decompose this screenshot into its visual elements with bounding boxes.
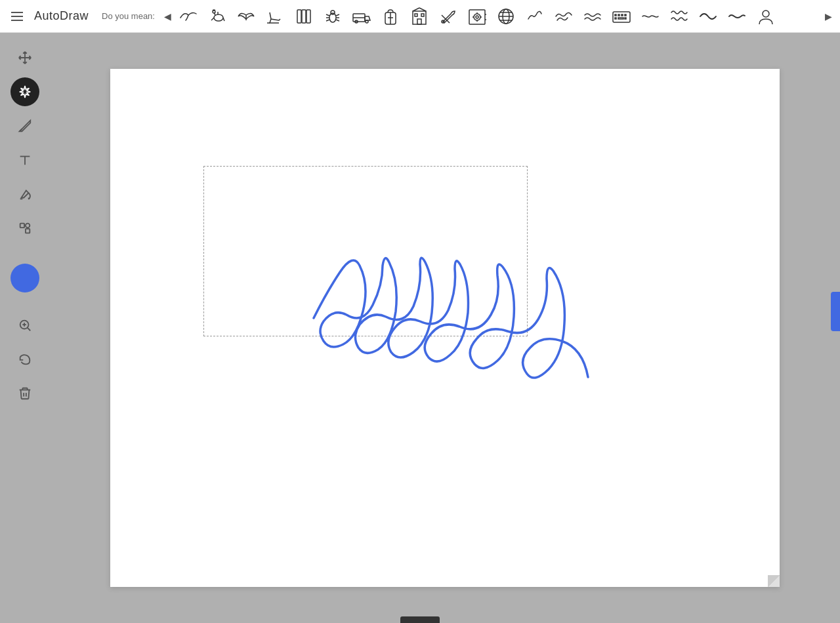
top-toolbar: AutoDraw Do you mean: ◀ xyxy=(0,0,840,33)
selection-rectangle xyxy=(203,166,528,336)
suggestion-tilde[interactable] xyxy=(723,3,751,30)
svg-rect-64 xyxy=(26,224,30,228)
svg-point-12 xyxy=(331,10,335,14)
move-tool-button[interactable] xyxy=(10,43,39,72)
suggestions-scroll xyxy=(175,3,822,30)
scroll-right-button[interactable]: ▶ xyxy=(822,3,835,30)
svg-rect-9 xyxy=(302,10,306,23)
suggestion-safe[interactable] xyxy=(463,3,491,30)
svg-rect-52 xyxy=(621,14,623,16)
suggestion-avatar[interactable] xyxy=(752,3,780,30)
svg-line-16 xyxy=(336,14,339,16)
suggestion-pattern[interactable] xyxy=(665,3,693,30)
suggestion-waves[interactable] xyxy=(579,3,606,30)
svg-rect-63 xyxy=(26,229,30,233)
svg-rect-56 xyxy=(625,18,626,19)
delete-button[interactable] xyxy=(10,379,39,408)
right-panel-handle[interactable] xyxy=(831,292,840,331)
svg-line-18 xyxy=(336,20,339,21)
svg-point-36 xyxy=(476,16,478,18)
svg-line-13 xyxy=(326,14,329,16)
svg-rect-26 xyxy=(413,11,426,24)
suggestion-deer[interactable] xyxy=(203,3,231,30)
svg-rect-50 xyxy=(615,14,616,16)
suggestion-ice-skate[interactable] xyxy=(261,3,289,30)
svg-rect-54 xyxy=(615,18,616,19)
svg-point-0 xyxy=(214,14,223,21)
svg-rect-62 xyxy=(20,224,24,228)
canvas-corner-fold xyxy=(768,575,780,587)
draw-tool-button[interactable] xyxy=(10,111,39,140)
shape-tool-button[interactable] xyxy=(10,214,39,243)
suggestions-container: ◀ xyxy=(161,3,835,30)
svg-rect-10 xyxy=(306,10,310,23)
suggestion-water-wave[interactable] xyxy=(637,3,664,30)
fill-tool-button[interactable] xyxy=(10,180,39,209)
app-title: AutoDraw xyxy=(34,9,89,23)
svg-rect-55 xyxy=(618,18,623,19)
svg-line-2 xyxy=(223,18,224,21)
hamburger-line-2 xyxy=(11,16,23,17)
svg-point-35 xyxy=(474,14,480,20)
svg-rect-8 xyxy=(297,10,301,23)
suggestion-wings[interactable] xyxy=(232,3,260,30)
suggestion-bird-flying[interactable] xyxy=(175,3,202,30)
suggestion-wave2[interactable] xyxy=(694,3,722,30)
suggestion-bug[interactable] xyxy=(319,3,346,30)
suggestion-backpack[interactable] xyxy=(377,3,404,30)
suggestion-tools[interactable] xyxy=(434,3,462,30)
do-you-mean-label: Do you mean: xyxy=(102,11,155,21)
hamburger-line-3 xyxy=(11,20,23,21)
svg-rect-31 xyxy=(421,14,424,16)
canvas-area[interactable] xyxy=(50,33,840,623)
suggestion-truck[interactable] xyxy=(348,3,375,30)
svg-rect-51 xyxy=(618,14,620,16)
svg-rect-53 xyxy=(625,14,626,16)
svg-line-66 xyxy=(28,328,31,331)
suggestion-building[interactable] xyxy=(406,3,433,30)
svg-rect-29 xyxy=(417,19,421,24)
svg-line-1 xyxy=(211,18,214,20)
left-sidebar xyxy=(0,33,50,623)
suggestion-globe[interactable] xyxy=(492,3,520,30)
suggestion-keyboard[interactable] xyxy=(608,3,635,30)
autodraw-tool-button[interactable] xyxy=(10,77,39,106)
suggestion-gesture2[interactable] xyxy=(550,3,578,30)
svg-rect-48 xyxy=(613,12,630,22)
menu-button[interactable] xyxy=(5,5,29,28)
zoom-button[interactable] xyxy=(10,311,39,340)
drawing-content xyxy=(110,69,780,587)
svg-point-5 xyxy=(213,10,215,13)
text-tool-button[interactable] xyxy=(10,146,39,174)
undo-button[interactable] xyxy=(10,345,39,374)
svg-line-15 xyxy=(326,20,329,21)
suggestion-gesture1[interactable] xyxy=(521,3,549,30)
svg-rect-30 xyxy=(415,14,417,16)
drawing-canvas[interactable] xyxy=(110,69,780,587)
svg-point-57 xyxy=(763,10,769,17)
color-picker-button[interactable] xyxy=(10,264,39,292)
scroll-left-button[interactable]: ◀ xyxy=(161,3,175,30)
svg-point-21 xyxy=(366,20,368,23)
bottom-handle[interactable] xyxy=(400,616,440,623)
svg-rect-34 xyxy=(469,10,485,24)
hamburger-line-1 xyxy=(11,12,23,13)
suggestion-columns[interactable] xyxy=(290,3,318,30)
